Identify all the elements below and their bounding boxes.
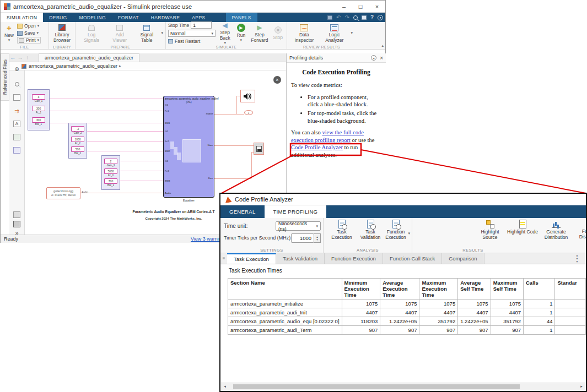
canvas-close-badge-icon[interactable]: ×: [273, 76, 281, 84]
highlight-code-button[interactable]: Highlight Code: [507, 220, 538, 246]
fast-restart-toggle[interactable]: Fast Restart: [168, 38, 216, 45]
subsystem-badge-icon[interactable]: [13, 220, 21, 228]
breadcrumb[interactable]: armcortexa_parametric_audio_equalizer: [29, 63, 117, 69]
function-distribution-button[interactable]: Function Distribution: [574, 220, 587, 246]
doc-tab-function-execution[interactable]: Function Execution: [325, 253, 383, 264]
close-button[interactable]: ×: [369, 1, 385, 13]
tab-debug[interactable]: DEBUG: [43, 13, 73, 22]
pil-equalizer-block[interactable]: armcortexa_parametric_audio_equalizer_md…: [163, 96, 214, 198]
bw3-block[interactable]: 700BW_3: [104, 178, 117, 187]
panel-minimize-icon[interactable]: ▾: [371, 55, 376, 61]
table-row[interactable]: armcortexa_parametric_audio_equ [0.02322…: [228, 317, 586, 326]
time-unit-select[interactable]: Nanoseconds (ns)▾: [276, 221, 321, 231]
referenced-files-tab[interactable]: Referenced Files: [1, 53, 9, 101]
bw1-block[interactable]: 300BW_1: [32, 117, 45, 126]
audio-device-writer-block[interactable]: [240, 90, 255, 102]
col-max-exec[interactable]: Maximum Execution Time: [419, 279, 458, 300]
log-signals-button[interactable]: Log Signals: [78, 23, 105, 43]
param-group-1[interactable]: 3Gain_1 300Fc_1 300BW_1: [28, 89, 50, 130]
to-file-block[interactable]: [254, 143, 264, 155]
image-icon[interactable]: [13, 133, 21, 141]
fc1-block[interactable]: 300Fc_1: [32, 106, 45, 115]
annotation-icon[interactable]: A: [13, 120, 21, 128]
fc2-block[interactable]: 1000Fc_2: [71, 137, 84, 145]
analysis-more-icon[interactable]: ▾: [408, 231, 410, 236]
col-section-name[interactable]: Section Name: [228, 279, 342, 300]
gain2-block[interactable]: -2Gain_2: [71, 126, 84, 135]
panel-close-icon[interactable]: ×: [380, 55, 383, 61]
print-button[interactable]: Print▾: [17, 37, 41, 43]
redo-icon[interactable]: ↷: [345, 14, 349, 20]
tab-simulation[interactable]: SIMULATION: [1, 13, 43, 22]
quick-save-icon[interactable]: [327, 15, 332, 20]
outport-block[interactable]: 1: [244, 110, 253, 115]
reroute-icon[interactable]: ⇉: [13, 107, 21, 115]
run-button[interactable]: ▶ Run▾: [234, 23, 247, 43]
model-doc-tab[interactable]: armcortexa_parametric_audio_equalizer: [39, 53, 139, 62]
function-execution-button[interactable]: Function Execution: [381, 220, 411, 246]
viewmarks-icon[interactable]: [13, 211, 21, 219]
stop-button[interactable]: ■ Stop: [272, 25, 285, 41]
step-forward-button[interactable]: ▶ Step Forward: [249, 23, 270, 43]
param-group-2[interactable]: -2Gain_2 1000Fc_2 500BW_2: [68, 123, 87, 159]
open-button[interactable]: Open▾: [17, 23, 41, 29]
scroll-right-icon[interactable]: ▸: [578, 383, 585, 390]
doc-tab-comparison[interactable]: Comparison: [442, 253, 484, 264]
col-avg-exec[interactable]: Average Execution Time: [380, 279, 419, 300]
col-standard[interactable]: Standar: [555, 279, 586, 300]
review-more-icon[interactable]: ▾: [351, 31, 353, 35]
gain1-block[interactable]: 3Gain_1: [32, 94, 45, 103]
tab-modeling[interactable]: MODELING: [73, 13, 112, 22]
doc-tab-task-validation[interactable]: Task Validation: [276, 253, 325, 264]
forward-icon[interactable]: →: [17, 55, 24, 61]
tab-options-icon[interactable]: ⋮: [573, 253, 581, 264]
sim-mode-select[interactable]: Normal▾: [168, 30, 216, 37]
doc-tab-function-call-stack[interactable]: Function-Call Stack: [383, 253, 442, 264]
hide-browser-icon[interactable]: ⊕: [13, 65, 21, 73]
table-row[interactable]: armcortexa_parametric_audi_Init440744074…: [228, 308, 586, 317]
data-inspector-button[interactable]: Data Inspector: [290, 23, 318, 43]
fc3-block[interactable]: 5000Fc_3: [104, 168, 117, 177]
area-icon[interactable]: [13, 146, 21, 154]
library-browser-button[interactable]: Library Browser: [49, 23, 76, 43]
help-icon[interactable]: ?: [370, 14, 374, 20]
table-row[interactable]: armcortexa_parametric_audi_Term907907907…: [228, 326, 586, 335]
cpa-tab-general[interactable]: GENERAL: [220, 205, 265, 218]
up-icon[interactable]: ↑: [24, 55, 31, 61]
table-row[interactable]: armcortexa_parametri_initialize107510751…: [228, 300, 586, 308]
horizontal-scrollbar[interactable]: ◂ ▸: [221, 383, 585, 390]
task-execution-button[interactable]: Task Execution: [327, 220, 357, 246]
tab-format[interactable]: FORMAT: [112, 13, 145, 22]
prepare-more-icon[interactable]: ▾: [161, 31, 163, 35]
logic-analyzer-button[interactable]: Logic Analyzer: [321, 23, 348, 43]
maximize-button[interactable]: □: [352, 1, 369, 13]
code-profile-analyzer-link[interactable]: Code Profile Analyzer: [291, 144, 343, 150]
col-max-self[interactable]: Maximum Self Time: [491, 279, 523, 300]
tab-hardware[interactable]: HARDWARE: [145, 13, 186, 22]
col-calls[interactable]: Calls: [524, 279, 555, 300]
audio-file-block[interactable]: guitar10min.oggA: 44100 Hz, stereo: [46, 187, 80, 199]
new-button[interactable]: + New▾: [3, 23, 15, 43]
tab-apps[interactable]: APPS: [186, 13, 211, 22]
param-group-3[interactable]: 2Gain_3 5000Fc_3 700BW_3: [101, 155, 120, 190]
add-viewer-button[interactable]: Add Viewer: [107, 23, 132, 43]
cpa-tab-time-profiling[interactable]: TIME PROFILING: [265, 205, 327, 218]
highlight-source-button[interactable]: Highlight Source: [474, 220, 506, 246]
step-back-button[interactable]: ◀ Step Back▾: [217, 20, 233, 45]
collapse-toolstrip-icon[interactable]: ▴: [381, 43, 384, 48]
col-min-exec[interactable]: Minimum Execution Time: [342, 279, 380, 300]
bw2-block[interactable]: 500BW_2: [71, 146, 84, 155]
account-icon[interactable]: ●: [378, 15, 383, 20]
gain3-block[interactable]: 2Gain_3: [104, 159, 117, 167]
zoom-icon[interactable]: [13, 80, 21, 88]
screenshot-icon[interactable]: [362, 15, 367, 20]
doc-tab-task-execution[interactable]: Task Execution: [227, 253, 276, 264]
stop-time-input[interactable]: 1: [191, 21, 212, 29]
fit-to-view-icon[interactable]: [13, 94, 21, 101]
back-icon[interactable]: ←: [9, 55, 17, 61]
scroll-left-icon[interactable]: ◂: [221, 383, 229, 390]
generate-distribution-button[interactable]: Generate Distribution: [539, 220, 573, 246]
timer-ticks-input[interactable]: 1000: [291, 233, 314, 243]
scrollbar-thumb[interactable]: [233, 384, 520, 389]
minimize-button[interactable]: –: [336, 1, 352, 13]
